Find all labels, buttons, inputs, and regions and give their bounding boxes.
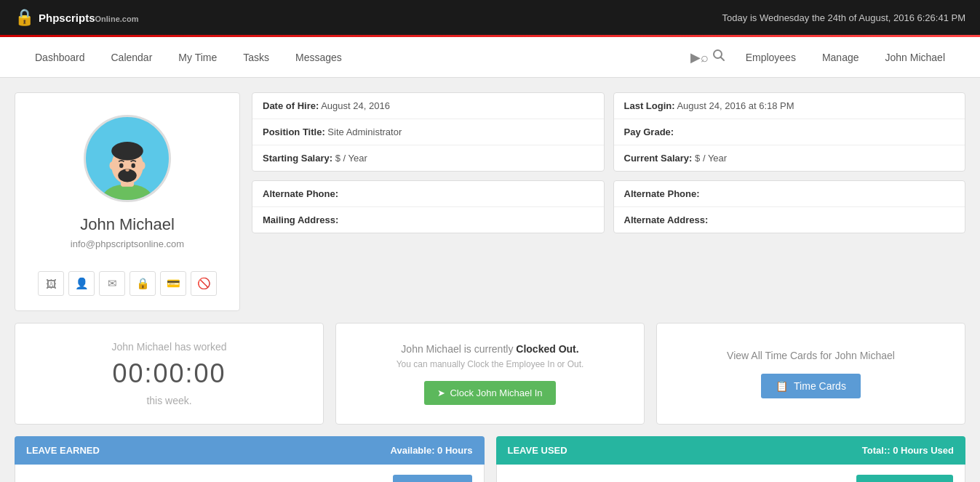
alt-phone-left-field: Alternate Phone: (252, 181, 604, 207)
leave-row: LEAVE EARNED Available: 0 Hours ＋ Add Le… (15, 436, 965, 482)
clock-card: John Michael is currently Clocked Out. Y… (335, 323, 645, 425)
nav-right: Employees Manage John Michael (733, 37, 958, 78)
nav-item-dashboard[interactable]: Dashboard (22, 37, 98, 78)
leave-used-header: LEAVE USED Total:: 0 Hours Used (496, 436, 966, 465)
profile-name: John Michael (80, 215, 175, 234)
clock-sub-text: You can manually Clock the Employee In o… (397, 359, 584, 369)
svg-point-9 (131, 164, 135, 168)
info-row-top: Date of Hire: August 24, 2016 Position T… (252, 92, 965, 172)
payment-button[interactable]: 💳 (160, 271, 186, 296)
nav-item-tasks[interactable]: Tasks (230, 37, 282, 78)
alt-address-field: Alternate Address: (614, 207, 965, 233)
logo: 🔒 PhpscriptsOnline.com (15, 8, 138, 27)
leave-earned-body: ＋ Add Leave (15, 465, 485, 482)
pay-grade-field: Pay Grade: (614, 119, 965, 145)
timecards-title: View All Time Cards for John Michael (727, 349, 895, 363)
starting-salary-field: Starting Salary: $ / Year (252, 145, 604, 171)
info-row-bottom: Alternate Phone: Mailing Address: Altern… (252, 180, 965, 233)
profile-card: John Michael info@phpscriptsonline.com 🖼… (15, 92, 240, 311)
photo-button[interactable]: 🖼 (38, 271, 64, 296)
clock-in-button[interactable]: ➤ Clock John Michael In (424, 381, 555, 405)
leave-used-body: － Subtract Leave (496, 465, 966, 482)
search-icon[interactable]: ▶⌕ (683, 49, 733, 65)
worked-suffix: this week. (146, 395, 191, 406)
alt-phone-right-field: Alternate Phone: (614, 181, 965, 207)
profile-email: info@phpscriptsonline.com (71, 238, 184, 249)
nav-item-calendar[interactable]: Calendar (98, 37, 166, 78)
leave-earned-card: LEAVE EARNED Available: 0 Hours ＋ Add Le… (15, 436, 485, 482)
block-button[interactable]: 🚫 (191, 271, 217, 296)
topbar: 🔒 PhpscriptsOnline.com Today is Wednesda… (0, 0, 980, 35)
clock-status: John Michael is currently Clocked Out. (401, 343, 578, 355)
info-card-address-right: Alternate Phone: Alternate Address: (613, 180, 966, 233)
clock-in-icon: ➤ (437, 387, 445, 398)
time-display: 00:00:00 (112, 358, 226, 389)
worked-prefix: John Michael has worked (112, 341, 227, 353)
subtract-leave-button[interactable]: － Subtract Leave (856, 475, 953, 482)
nav-item-employees[interactable]: Employees (733, 37, 809, 78)
leave-used-card: LEAVE USED Total:: 0 Hours Used － Subtra… (496, 436, 966, 482)
info-section: Date of Hire: August 24, 2016 Position T… (252, 92, 965, 311)
timecards-card: View All Time Cards for John Michael 📋 T… (656, 323, 965, 425)
leave-earned-header: LEAVE EARNED Available: 0 Hours (15, 436, 485, 465)
mailing-address-field: Mailing Address: (252, 207, 604, 233)
main-content: John Michael info@phpscriptsonline.com 🖼… (0, 78, 980, 482)
nav-item-manage[interactable]: Manage (809, 37, 872, 78)
avatar (84, 115, 171, 202)
svg-point-10 (125, 169, 129, 172)
info-card-left: Date of Hire: August 24, 2016 Position T… (252, 92, 605, 172)
email-button[interactable]: ✉ (99, 271, 125, 296)
date-of-hire-field: Date of Hire: August 24, 2016 (252, 93, 604, 119)
info-card-address-left: Alternate Phone: Mailing Address: (252, 180, 605, 233)
leave-used-total: Total:: 0 Hours Used (862, 445, 954, 456)
nav-item-user[interactable]: John Michael (872, 37, 959, 78)
leave-used-title: LEAVE USED (508, 445, 567, 456)
leave-earned-title: LEAVE EARNED (26, 445, 100, 456)
svg-point-8 (119, 164, 123, 168)
worked-card: John Michael has worked 00:00:00 this we… (15, 323, 324, 425)
profile-actions: 🖼 👤 ✉ 🔒 💳 🚫 (38, 271, 217, 296)
bottom-row: John Michael has worked 00:00:00 this we… (15, 323, 965, 425)
current-salary-field: Current Salary: $ / Year (614, 145, 965, 171)
nav-item-my-time[interactable]: My Time (165, 37, 230, 78)
top-row: John Michael info@phpscriptsonline.com 🖼… (15, 92, 965, 311)
svg-point-11 (109, 161, 114, 169)
info-card-right: Last Login: August 24, 2016 at 6:18 PM P… (613, 92, 966, 172)
timecards-button[interactable]: 📋 Time Cards (761, 374, 861, 398)
position-title-field: Position Title: Site Administrator (252, 119, 604, 145)
leave-earned-available: Available: 0 Hours (391, 445, 473, 456)
brand-name: PhpscriptsOnline.com (39, 12, 138, 24)
lock-icon: 🔒 (15, 8, 34, 27)
lock-button[interactable]: 🔒 (130, 271, 156, 296)
svg-line-1 (720, 57, 724, 61)
add-leave-button[interactable]: ＋ Add Leave (393, 475, 471, 482)
datetime-display: Today is Wednesday the 24th of August, 2… (722, 12, 965, 23)
main-nav: Dashboard Calendar My Time Tasks Message… (0, 37, 980, 78)
last-login-field: Last Login: August 24, 2016 at 6:18 PM (614, 93, 965, 119)
profile-button[interactable]: 👤 (68, 271, 95, 296)
svg-point-6 (114, 142, 140, 156)
svg-point-12 (140, 161, 145, 169)
nav-item-messages[interactable]: Messages (282, 37, 355, 78)
timecards-icon: 📋 (776, 380, 788, 392)
